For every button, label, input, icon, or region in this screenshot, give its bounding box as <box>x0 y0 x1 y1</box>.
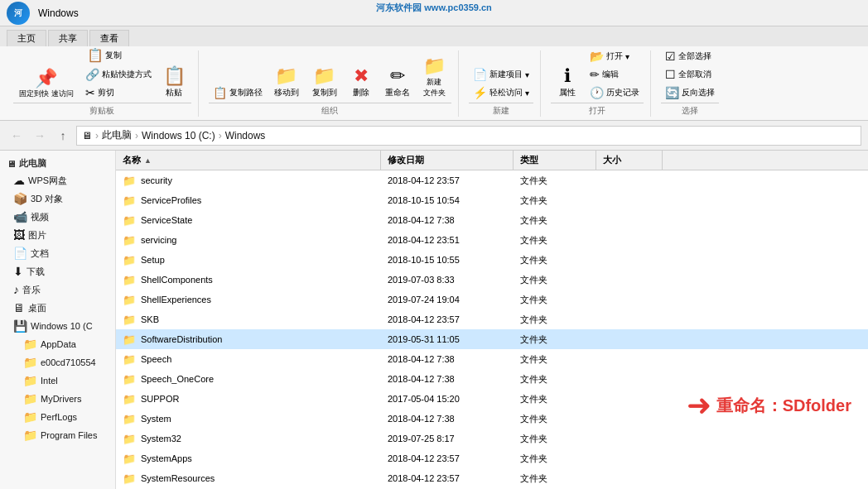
tab-view[interactable]: 查看 <box>89 30 129 46</box>
copy-button[interactable]: 📋 复制 <box>81 46 156 65</box>
sidebar-item-windows10c[interactable]: 💾 Windows 10 (C <box>7 317 115 335</box>
programfiles-icon: 📁 <box>23 429 37 442</box>
folder-icon: 📁 <box>123 472 136 485</box>
file-name-cell: 📁 Setup <box>116 250 381 270</box>
tab-share[interactable]: 共享 <box>48 30 88 46</box>
wps-icon: ☁ <box>13 174 25 187</box>
table-row[interactable]: 📁 security 2018-04-12 23:57 文件夹 <box>116 170 868 190</box>
file-name: ShellExperiences <box>141 295 211 304</box>
breadcrumb-icon: 🖥 <box>82 130 92 141</box>
file-date-cell: 2018-04-12 23:57 <box>381 170 514 190</box>
sidebar-item-mydrivers[interactable]: 📁 MyDrivers <box>17 390 115 408</box>
paste-shortcut-button[interactable]: 🔗 粘贴快捷方式 <box>81 66 156 83</box>
sidebar-item-pictures[interactable]: 🖼 图片 <box>7 226 115 244</box>
sidebar-item-downloads[interactable]: ⬇ 下载 <box>7 262 115 280</box>
new-folder-button[interactable]: 📁 新建文件夹 <box>417 55 451 101</box>
rename-button[interactable]: ✏ 重命名 <box>379 65 416 101</box>
file-size-cell <box>596 230 663 250</box>
pin-quick-access-button[interactable]: 📌 固定到快 速访问 <box>13 67 80 101</box>
table-row[interactable]: 📁 ShellExperiences 2019-07-24 19:04 文件夹 <box>116 290 868 309</box>
folder-icon: 📁 <box>123 453 136 465</box>
file-size-cell <box>596 409 663 429</box>
sidebar-drive-children: 📁 AppData 📁 e00cd710554 📁 Intel 📁 MyDriv… <box>7 335 115 444</box>
breadcrumb-part-0[interactable]: 此电脑 <box>102 128 132 142</box>
file-name: Speech <box>141 354 171 364</box>
table-row[interactable]: 📁 servicing 2018-04-12 23:51 文件夹 <box>116 230 868 250</box>
tab-home[interactable]: 主页 <box>7 30 46 46</box>
cut-button[interactable]: ✂ 剪切 <box>81 84 156 101</box>
table-row[interactable]: 📁 Speech 2018-04-12 7:38 文件夹 <box>116 349 868 369</box>
sidebar-item-e00cd[interactable]: 📁 e00cd710554 <box>17 353 115 372</box>
table-row[interactable]: 📁 SystemApps 2018-04-12 23:57 文件夹 <box>116 448 868 468</box>
file-type-cell: 文件夹 <box>514 369 596 389</box>
easy-access-button[interactable]: ⚡ 轻松访问 ▾ <box>469 84 533 101</box>
sidebar-item-programfiles[interactable]: 📁 Program Files <box>17 426 115 444</box>
select-none-button[interactable]: ☐ 全部取消 <box>661 66 719 83</box>
intel-icon: 📁 <box>23 374 37 387</box>
up-button[interactable]: ↑ <box>53 126 73 146</box>
sidebar-item-video[interactable]: 📹 视频 <box>7 208 115 226</box>
select-none-icon: ☐ <box>665 68 676 81</box>
history-button[interactable]: 🕐 历史记录 <box>586 84 644 101</box>
open-icon: 📂 <box>590 50 604 63</box>
new-item-button[interactable]: 📄 新建项目 ▾ <box>469 66 533 83</box>
file-type-cell: 文件夹 <box>514 448 596 468</box>
table-row[interactable]: 📁 SystemResources 2018-04-12 23:57 文件夹 <box>116 468 868 488</box>
table-row[interactable]: 📁 SoftwareDistribution 2019-05-31 11:05 … <box>116 329 868 349</box>
copy-to-button[interactable]: 📁 复制到 <box>306 65 343 101</box>
file-size-cell <box>596 250 663 270</box>
sidebar-item-wps[interactable]: ☁ WPS网盘 <box>7 171 115 189</box>
file-date-cell: 2019-07-03 8:33 <box>381 270 514 290</box>
folder-icon: 📁 <box>123 234 136 247</box>
edit-button[interactable]: ✏ 编辑 <box>586 66 644 83</box>
address-bar[interactable]: 🖥 › 此电脑 › Windows 10 (C:) › Windows <box>76 126 861 146</box>
copy-path-button[interactable]: 📋 复制路径 <box>209 84 267 101</box>
select-all-button[interactable]: ☑ 全部选择 <box>661 48 719 65</box>
sidebar-item-intel[interactable]: 📁 Intel <box>17 372 115 390</box>
open-buttons: ℹ 属性 📂 打开 ▾ ✏ 编辑 🕐 历史记录 <box>551 48 644 101</box>
table-row[interactable]: 📁 ServiceProfiles 2018-10-15 10:54 文件夹 <box>116 190 868 210</box>
sidebar-item-desktop[interactable]: 🖥 桌面 <box>7 299 115 317</box>
ribbon-group-open: ℹ 属性 📂 打开 ▾ ✏ 编辑 🕐 历史记录 打开 <box>544 50 651 117</box>
sidebar-item-docs[interactable]: 📄 文档 <box>7 244 115 262</box>
table-row[interactable]: 📁 Setup 2018-10-15 10:55 文件夹 <box>116 250 868 270</box>
paste-button[interactable]: 📋 粘贴 <box>157 65 191 101</box>
file-size-cell <box>596 290 663 309</box>
sidebar-item-music[interactable]: ♪ 音乐 <box>7 280 115 299</box>
table-row[interactable]: 📁 System32 2019-07-25 8:17 文件夹 <box>116 429 868 448</box>
open-button[interactable]: 📂 打开 ▾ <box>586 48 644 65</box>
folder-icon: 📁 <box>123 314 136 326</box>
back-button[interactable]: ← <box>7 126 27 146</box>
properties-button[interactable]: ℹ 属性 <box>551 65 584 101</box>
invert-select-button[interactable]: 🔄 反向选择 <box>661 84 719 101</box>
invert-icon: 🔄 <box>665 86 679 99</box>
sidebar-item-appdata[interactable]: 📁 AppData <box>17 335 115 353</box>
file-size-cell <box>596 190 663 210</box>
header-name[interactable]: 名称 ▲ <box>116 151 381 170</box>
paste-icon: 📋 <box>163 67 186 85</box>
breadcrumb-part-1[interactable]: Windows 10 (C:) <box>142 130 215 141</box>
3d-icon: 📦 <box>13 192 27 205</box>
properties-icon: ℹ <box>564 67 571 85</box>
sidebar-item-perflogs[interactable]: 📁 PerfLogs <box>17 408 115 426</box>
file-type-cell: 文件夹 <box>514 389 596 409</box>
header-date[interactable]: 修改日期 <box>381 151 514 170</box>
delete-button[interactable]: ✖ 删除 <box>345 65 378 101</box>
file-name-cell: 📁 SKB <box>116 309 381 329</box>
header-size[interactable]: 大小 <box>596 151 663 170</box>
table-row[interactable]: 📁 SKB 2018-04-12 23:57 文件夹 <box>116 309 868 329</box>
cut-icon: ✂ <box>85 86 95 99</box>
forward-button[interactable]: → <box>30 126 50 146</box>
table-row[interactable]: 📁 Speech_OneCore 2018-04-12 7:38 文件夹 <box>116 369 868 389</box>
table-row[interactable]: 📁 ShellComponents 2019-07-03 8:33 文件夹 <box>116 270 868 290</box>
breadcrumb-part-2[interactable]: Windows <box>225 130 266 141</box>
file-date-cell: 2019-07-25 8:17 <box>381 429 514 448</box>
open-label: 打开 <box>551 103 644 117</box>
history-icon: 🕐 <box>590 86 604 99</box>
header-type[interactable]: 类型 <box>514 151 596 170</box>
sidebar-this-pc[interactable]: 🖥 此电脑 <box>0 154 115 171</box>
table-row[interactable]: 📁 ServiceState 2018-04-12 7:38 文件夹 <box>116 210 868 230</box>
move-to-button[interactable]: 📁 移动到 <box>268 65 305 101</box>
pin-icon: 📌 <box>35 70 57 88</box>
sidebar-item-3d[interactable]: 📦 3D 对象 <box>7 189 115 208</box>
